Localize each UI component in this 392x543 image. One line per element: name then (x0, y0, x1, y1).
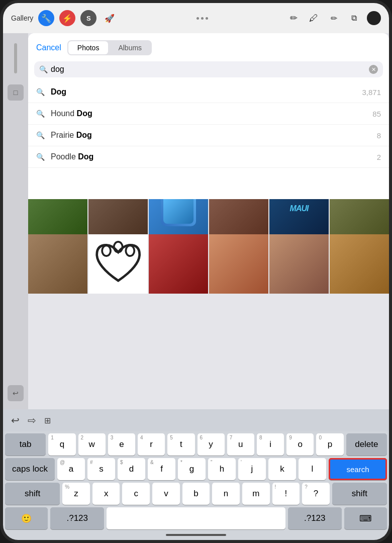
key-y[interactable]: 6y (198, 433, 225, 456)
suggestion-count-2: 85 (372, 110, 381, 118)
key-l[interactable]: l (299, 458, 326, 480)
key-shift-right[interactable]: shift (332, 483, 387, 505)
key-v[interactable]: v (152, 483, 180, 505)
tab-albums[interactable]: Albums (109, 41, 151, 54)
svg-point-2 (126, 245, 134, 256)
undo-toolbar-icon[interactable]: ↩ (11, 414, 20, 426)
key-k[interactable]: k (268, 458, 296, 480)
suggestion-count-4: 2 (377, 153, 381, 161)
key-row-3: shift %z x c v b n m !! ?? shift (5, 483, 387, 505)
suggestion-count-1: 3,871 (362, 88, 381, 97)
sidebar-handle[interactable] (14, 43, 17, 73)
search-button[interactable]: search (329, 458, 387, 480)
tabs-row: Photos Albums (67, 40, 152, 55)
keyboard-area: ↩ ⇨ ⊞ tab 1q 2w 3e 4r 5t 6y 7u 8i 9o 0p … (3, 409, 389, 540)
key-delete[interactable]: delete (346, 433, 387, 456)
key-z[interactable]: %z (62, 483, 90, 505)
main-content: □ ↩ Moving to El Music Mood Party New En… (3, 33, 389, 409)
key-num-2[interactable]: .?123 (288, 507, 342, 529)
top-bar: Gallery 🔧 ⚡ S 🚀 ✏ 🖊 ✏ ⧉ (3, 3, 389, 33)
key-row-1: tab 1q 2w 3e 4r 5t 6y 7u 8i 9o 0p delete (5, 433, 387, 456)
search-suggestion-icon-3: 🔍 (36, 131, 45, 139)
suggestions-list: 🔍 Dog 3,871 🔍 Hound Dog 85 🔍 Prairie Dog… (28, 81, 389, 168)
key-s[interactable]: #s (87, 458, 115, 480)
suggestion-text-1: Dog (51, 87, 362, 97)
key-num-1[interactable]: .?123 (50, 507, 104, 529)
brush-icon[interactable]: ✏ (327, 11, 341, 25)
cancel-button[interactable]: Cancel (36, 43, 61, 52)
search-panel: Cancel Photos Albums 🔍 ✕ 🔍 Dog 3,871 (28, 33, 389, 199)
key-caps-lock[interactable]: caps lock (5, 458, 55, 480)
tab-photos[interactable]: Photos (68, 41, 109, 54)
key-a[interactable]: @a (57, 458, 85, 480)
camera-icon[interactable] (367, 11, 381, 25)
search-suggestion-icon-4: 🔍 (36, 153, 45, 161)
left-sidebar: □ ↩ (3, 33, 28, 409)
photo-12[interactable] (28, 234, 87, 294)
search-input-row: 🔍 ✕ (34, 61, 383, 77)
home-bar (166, 534, 226, 536)
key-w[interactable]: 2w (78, 433, 106, 456)
suggestion-hound-dog[interactable]: 🔍 Hound Dog 85 (28, 103, 389, 125)
photo-row-3 (28, 234, 389, 294)
search-icon: 🔍 (39, 65, 48, 73)
gallery-label: Gallery (11, 14, 33, 22)
redo-toolbar-icon[interactable]: ⇨ (28, 414, 36, 426)
key-keyboard[interactable]: ⌨ (344, 507, 387, 529)
key-p[interactable]: 0p (316, 433, 343, 456)
search-input[interactable] (51, 65, 366, 74)
nib-icon[interactable]: 🖊 (307, 11, 321, 25)
key-question[interactable]: ?? (302, 483, 330, 505)
top-dots (123, 17, 281, 20)
sidebar-btn-undo[interactable]: ↩ (8, 385, 24, 401)
suggestion-text-2: Hound Dog (51, 109, 372, 118)
suggestion-dog[interactable]: 🔍 Dog 3,871 (28, 81, 389, 103)
suggestion-prairie-dog[interactable]: 🔍 Prairie Dog 8 (28, 125, 389, 146)
panel-header: Cancel Photos Albums (28, 33, 389, 59)
key-c[interactable]: c (122, 483, 150, 505)
key-e[interactable]: 3e (108, 433, 135, 456)
key-i[interactable]: 8i (257, 433, 284, 456)
key-n[interactable]: n (212, 483, 240, 505)
suggestion-count-3: 8 (377, 131, 381, 140)
key-exclaim[interactable]: !! (272, 483, 300, 505)
key-shift-left[interactable]: shift (5, 483, 60, 505)
right-tools: ✏ 🖊 ✏ ⧉ (286, 11, 381, 25)
layers-icon[interactable]: ⧉ (347, 11, 361, 25)
key-b[interactable]: b (182, 483, 210, 505)
photo-paw[interactable] (88, 234, 148, 294)
key-emoji[interactable]: 🙂 (5, 507, 48, 529)
pen-icon[interactable]: ✏ (286, 11, 301, 25)
key-r[interactable]: 4r (138, 433, 165, 456)
key-q[interactable]: 1q (48, 433, 75, 456)
key-m[interactable]: m (242, 483, 270, 505)
keyboard-keys: tab 1q 2w 3e 4r 5t 6y 7u 8i 9o 0p delete… (3, 431, 389, 529)
key-x[interactable]: x (92, 483, 120, 505)
tool-icon-1[interactable]: 🔧 (38, 10, 54, 26)
tool-icon-3[interactable]: S (80, 10, 96, 26)
search-suggestion-icon-2: 🔍 (36, 110, 45, 118)
key-j[interactable]: 'j (238, 458, 266, 480)
key-t[interactable]: 5t (167, 433, 194, 456)
photo-16[interactable] (330, 234, 389, 294)
key-o[interactable]: 9o (286, 433, 314, 456)
suggestion-poodle-dog[interactable]: 🔍 Poodle Dog 2 (28, 146, 389, 168)
key-u[interactable]: 7u (227, 433, 254, 456)
key-d[interactable]: $d (118, 458, 145, 480)
photo-15[interactable] (269, 234, 329, 294)
tool-icon-2[interactable]: ⚡ (59, 10, 75, 26)
photo-14[interactable] (209, 234, 268, 294)
key-tab[interactable]: tab (5, 433, 46, 456)
photo-13[interactable] (149, 234, 208, 294)
suggestion-text-4: Poodle Dog (51, 152, 377, 161)
paste-toolbar-icon[interactable]: ⊞ (44, 416, 51, 425)
sidebar-btn-1[interactable]: □ (8, 84, 24, 101)
clear-button[interactable]: ✕ (369, 65, 378, 74)
key-space[interactable] (107, 507, 285, 529)
tool-icon-4[interactable]: 🚀 (102, 10, 118, 26)
search-suggestion-icon-1: 🔍 (36, 88, 45, 96)
keyboard-toolbar: ↩ ⇨ ⊞ (3, 409, 389, 431)
key-h[interactable]: "h (208, 458, 236, 480)
key-f[interactable]: &f (148, 458, 175, 480)
key-g[interactable]: *g (178, 458, 206, 480)
